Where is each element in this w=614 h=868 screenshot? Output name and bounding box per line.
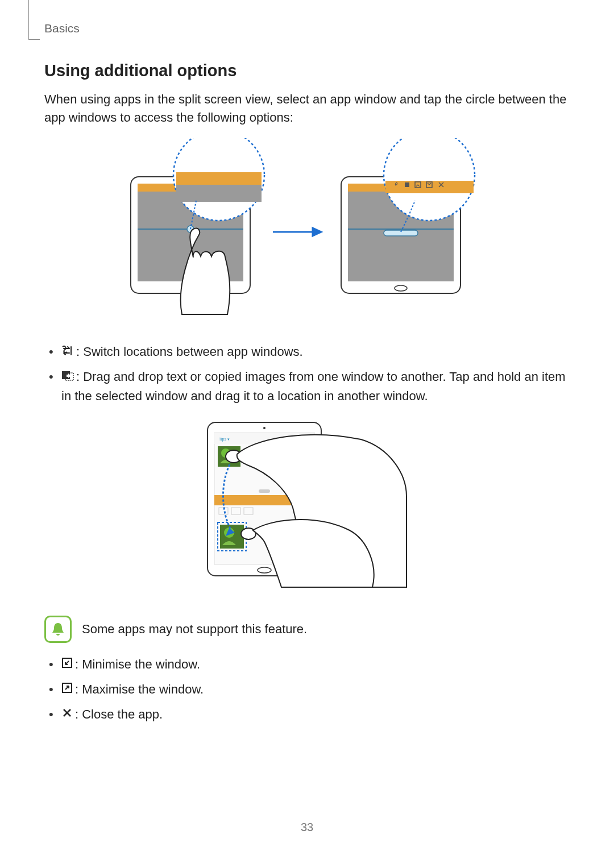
intro-paragraph: When using apps in the split screen view…: [44, 90, 570, 127]
svg-rect-18: [385, 181, 474, 193]
list-item: : Maximise the window.: [44, 680, 570, 700]
list-text: : Maximise the window.: [75, 682, 204, 696]
svg-text:Tips ▾: Tips ▾: [219, 437, 230, 442]
minimise-icon: [61, 655, 73, 674]
svg-rect-7: [176, 172, 262, 185]
note-bell-icon: [44, 616, 72, 643]
svg-rect-19: [405, 182, 409, 187]
list-text: : Close the app.: [75, 707, 163, 721]
options-list-1: : Switch locations between app windows. …: [44, 343, 570, 405]
list-text: : Switch locations between app windows.: [76, 344, 303, 359]
list-item: : Close the app.: [44, 705, 570, 725]
note-callout: Some apps may not support this feature.: [44, 616, 570, 643]
svg-rect-8: [176, 185, 262, 202]
page-number: 33: [0, 821, 614, 834]
list-item: : Minimise the window.: [44, 655, 570, 675]
list-item: : Switch locations between app windows.: [44, 343, 570, 362]
corner-margin-mark: [28, 0, 40, 40]
maximise-icon: [61, 680, 73, 699]
section-heading: Using additional options: [44, 61, 570, 80]
list-text: : Minimise the window.: [75, 657, 200, 671]
figure-split-options: [44, 138, 570, 326]
breadcrumb: Basics: [44, 22, 80, 35]
switch-icon: [61, 343, 74, 361]
drag-drop-icon: [61, 368, 74, 386]
figure-drag-drop: Tips ▾ ＋ ⋮: [44, 417, 570, 599]
svg-marker-10: [313, 228, 321, 236]
close-icon: [61, 705, 73, 724]
svg-rect-33: [259, 489, 270, 493]
note-text: Some apps may not support this feature.: [82, 622, 307, 637]
options-list-2: : Minimise the window. : Maximise the wi…: [44, 655, 570, 725]
list-text: : Drag and drop text or copied images fr…: [61, 369, 566, 403]
list-item: : Drag and drop text or copied images fr…: [44, 368, 570, 405]
svg-point-25: [263, 427, 265, 429]
